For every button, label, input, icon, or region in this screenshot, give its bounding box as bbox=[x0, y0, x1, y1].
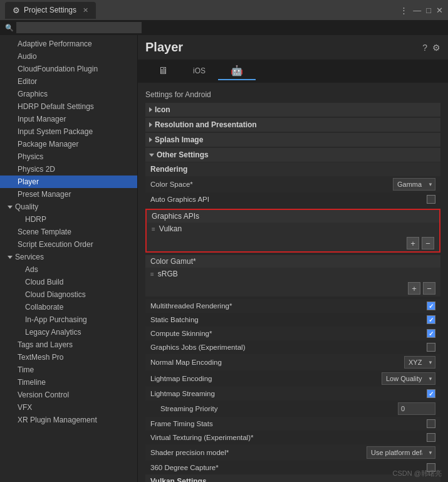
remove-api-button[interactable]: − bbox=[422, 237, 434, 249]
auto-graphics-row: Auto Graphics API bbox=[145, 192, 440, 206]
color-gamut-drag-icon: ≡ bbox=[150, 271, 154, 278]
tab-android[interactable]: 🤖 bbox=[218, 62, 256, 80]
resolution-section-header[interactable]: Resolution and Presentation bbox=[145, 118, 440, 132]
sidebar-item-vfx[interactable]: VFX bbox=[0, 401, 137, 414]
normal-map-dropdown[interactable]: XYZ bbox=[404, 356, 435, 369]
sidebar-item-physics-2d[interactable]: Physics 2D bbox=[0, 163, 137, 176]
help-icon[interactable]: ? bbox=[422, 43, 427, 53]
minimize-button[interactable]: — bbox=[413, 6, 421, 15]
sidebar-item-cloudfoundation[interactable]: CloudFoundation Plugin bbox=[0, 63, 137, 75]
search-icon: 🔍 bbox=[5, 24, 14, 32]
compute-skinning-checkbox[interactable] bbox=[427, 329, 435, 338]
sidebar-item-tags-and-layers[interactable]: Tags and Layers bbox=[0, 338, 137, 351]
lightmap-encoding-label: Lightmap Encoding bbox=[150, 375, 382, 382]
sidebar-item-timeline[interactable]: Timeline bbox=[0, 376, 137, 389]
graphics-jobs-checkbox[interactable] bbox=[427, 343, 435, 352]
frame-timing-row: Frame Timing Stats bbox=[145, 417, 440, 431]
ios-label: iOS bbox=[193, 66, 206, 75]
close-button[interactable]: ✕ bbox=[436, 6, 443, 15]
srgb-label: sRGB bbox=[158, 270, 178, 278]
watermark: CSDN @韩曙亮 bbox=[393, 469, 442, 478]
sidebar-section-quality[interactable]: Quality bbox=[0, 201, 137, 213]
capture-360-label: 360 Degree Capture* bbox=[150, 464, 427, 471]
virtual-texturing-checkbox[interactable] bbox=[427, 433, 435, 442]
sidebar-item-hdrp[interactable]: HDRP bbox=[0, 213, 137, 226]
maximize-button[interactable]: □ bbox=[426, 6, 431, 15]
right-panel: Player ? ⚙ 🖥 iOS 🤖 Setti bbox=[138, 35, 448, 482]
sidebar-item-adaptive-performance[interactable]: Adaptive Performance bbox=[0, 38, 137, 50]
main-content: Adaptive Performance Audio CloudFoundati… bbox=[0, 35, 448, 482]
sidebar-item-preset-manager[interactable]: Preset Manager bbox=[0, 188, 137, 201]
splash-section-header[interactable]: Splash Image bbox=[145, 133, 440, 147]
lightmap-encoding-row: Lightmap Encoding Low Quality bbox=[145, 370, 440, 387]
sidebar-item-scene-template[interactable]: Scene Template bbox=[0, 226, 137, 238]
icon-section: Icon bbox=[145, 103, 440, 117]
shader-precision-dropdown[interactable]: Use platform defau bbox=[367, 446, 435, 459]
sidebar-item-legacy-analytics[interactable]: Legacy Analytics bbox=[0, 326, 137, 338]
lightmap-encoding-dropdown[interactable]: Low Quality bbox=[382, 372, 435, 385]
sidebar-item-version-control[interactable]: Version Control bbox=[0, 389, 137, 401]
tab-desktop[interactable]: 🖥 bbox=[145, 62, 180, 80]
sidebar-item-input-system[interactable]: Input System Package bbox=[0, 125, 137, 138]
color-space-row: Color Space* Gamma bbox=[145, 176, 440, 192]
streaming-priority-input[interactable] bbox=[398, 402, 435, 415]
color-gamut-item: ≡ sRGB bbox=[145, 268, 440, 280]
sidebar-item-ads[interactable]: Ads bbox=[0, 263, 137, 276]
sidebar-item-collaborate[interactable]: Collaborate bbox=[0, 301, 137, 313]
static-batching-checkbox[interactable] bbox=[427, 315, 435, 324]
sidebar-item-editor[interactable]: Editor bbox=[0, 75, 137, 88]
other-label: Other Settings bbox=[157, 150, 209, 159]
auto-graphics-checkbox[interactable] bbox=[427, 195, 435, 204]
multithreaded-row: Multithreaded Rendering* bbox=[145, 299, 440, 313]
color-space-dropdown[interactable]: Gamma bbox=[393, 178, 435, 191]
sidebar-item-time[interactable]: Time bbox=[0, 364, 137, 376]
settings-area: Settings for Android Icon Resolution and… bbox=[138, 83, 448, 482]
graphics-jobs-label: Graphics Jobs (Experimental) bbox=[150, 343, 427, 351]
sidebar-item-xr-plugin[interactable]: XR Plugin Management bbox=[0, 414, 137, 426]
search-input[interactable] bbox=[16, 22, 142, 33]
sidebar-item-package-manager[interactable]: Package Manager bbox=[0, 138, 137, 150]
more-icon[interactable]: ⋮ bbox=[400, 6, 408, 15]
sidebar-item-input-manager[interactable]: Input Manager bbox=[0, 113, 137, 125]
frame-timing-checkbox[interactable] bbox=[427, 419, 435, 428]
sidebar-section-services[interactable]: Services bbox=[0, 251, 137, 263]
lightmap-encoding-dropdown-wrapper: Low Quality bbox=[382, 372, 435, 385]
quality-arrow-icon bbox=[8, 206, 13, 209]
sidebar-item-player[interactable]: Player bbox=[0, 176, 137, 188]
icon-section-label: Icon bbox=[155, 105, 170, 114]
main-window: ⚙ Project Settings ✕ ⋮ — □ ✕ 🔍 Adaptive … bbox=[0, 0, 448, 482]
sidebar-item-audio[interactable]: Audio bbox=[0, 50, 137, 63]
splash-arrow bbox=[149, 137, 152, 142]
splash-section: Splash Image bbox=[145, 133, 440, 147]
services-arrow-icon bbox=[8, 256, 13, 259]
sidebar-item-cloud-build[interactable]: Cloud Build bbox=[0, 276, 137, 288]
settings-icon[interactable]: ⚙ bbox=[432, 43, 440, 53]
other-section: Other Settings Rendering Color Space* Ga… bbox=[145, 148, 440, 482]
color-space-value: Gamma bbox=[393, 178, 435, 191]
multithreaded-checkbox[interactable] bbox=[427, 301, 435, 310]
add-api-button[interactable]: + bbox=[407, 237, 419, 249]
shader-precision-row: Shader precision model* Use platform def… bbox=[145, 444, 440, 461]
normal-map-dropdown-wrapper: XYZ bbox=[404, 356, 435, 369]
drag-handle-icon: ≡ bbox=[152, 226, 155, 233]
sidebar-item-textmesh-pro[interactable]: TextMesh Pro bbox=[0, 351, 137, 364]
tab-ios[interactable]: iOS bbox=[180, 62, 218, 80]
lightmap-streaming-checkbox[interactable] bbox=[427, 389, 435, 398]
rendering-subsection: Rendering bbox=[145, 162, 440, 176]
remove-gamut-button[interactable]: − bbox=[423, 282, 435, 295]
settings-for-label: Settings for Android bbox=[145, 88, 440, 103]
other-section-header[interactable]: Other Settings bbox=[145, 148, 440, 162]
sidebar-item-hdrp-default[interactable]: HDRP Default Settings bbox=[0, 100, 137, 113]
icon-section-arrow bbox=[149, 107, 152, 112]
static-batching-row: Static Batching bbox=[145, 313, 440, 327]
sidebar-item-in-app-purchasing[interactable]: In-App Purchasing bbox=[0, 313, 137, 326]
sidebar-item-graphics[interactable]: Graphics bbox=[0, 88, 137, 100]
icon-section-header[interactable]: Icon bbox=[145, 103, 440, 117]
sidebar-item-physics[interactable]: Physics bbox=[0, 150, 137, 163]
sidebar-item-script-execution[interactable]: Script Execution Order bbox=[0, 238, 137, 251]
window-title: Project Settings bbox=[24, 6, 76, 14]
sidebar-item-cloud-diagnostics[interactable]: Cloud Diagnostics bbox=[0, 288, 137, 301]
title-tab[interactable]: ⚙ Project Settings ✕ bbox=[5, 2, 96, 19]
add-gamut-button[interactable]: + bbox=[408, 282, 420, 295]
graphics-apis-header: Graphics APIs bbox=[147, 210, 439, 223]
